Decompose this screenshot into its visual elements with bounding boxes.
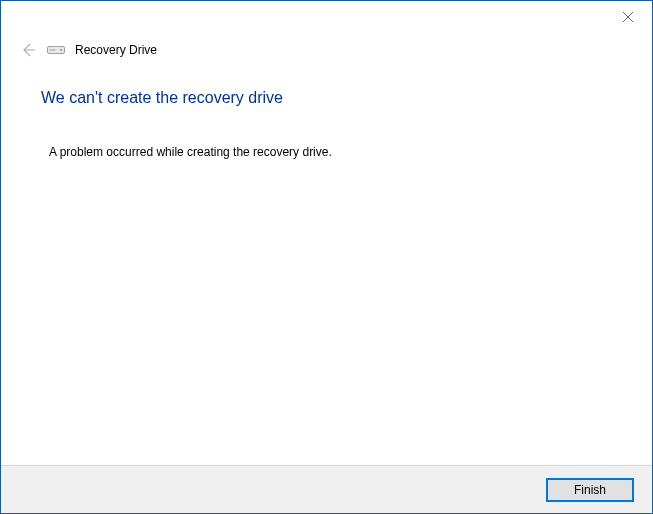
- wizard-header: Recovery Drive: [19, 41, 157, 59]
- error-message: A problem occurred while creating the re…: [49, 145, 332, 159]
- page-heading: We can't create the recovery drive: [41, 89, 283, 107]
- wizard-footer: Finish: [1, 465, 652, 513]
- finish-button[interactable]: Finish: [546, 478, 634, 502]
- recovery-drive-icon: [47, 44, 65, 56]
- wizard-title: Recovery Drive: [75, 43, 157, 57]
- back-arrow-icon: [19, 41, 37, 59]
- close-button[interactable]: [606, 3, 650, 31]
- svg-point-4: [60, 49, 62, 51]
- svg-rect-5: [50, 49, 56, 51]
- close-icon: [622, 11, 634, 23]
